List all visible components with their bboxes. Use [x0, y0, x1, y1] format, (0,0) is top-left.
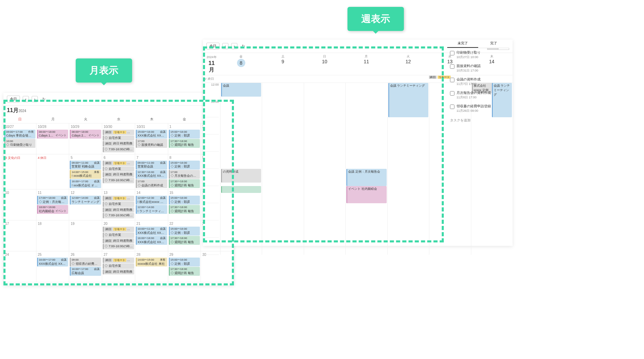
event[interactable]: 12:00〜12:30会議! 株式会社xxxxx 定例会議 — [136, 196, 167, 205]
month-cell[interactable]: 17 — [3, 220, 36, 251]
month-cell[interactable]: 2110:00〜11:00会議XXX株式会社 XXX様オンライン会議16:00〜… — [135, 220, 168, 251]
month-cell[interactable]: 1412:00〜12:30会議! 株式会社xxxxx 定例会議12:00〜14:… — [135, 189, 168, 220]
month-cell[interactable]: 10/3115:00〜16:00会議XXX株式会社 XXX様オンライン会議17:… — [135, 123, 168, 154]
event[interactable]: 15:00〜16:00◇ 定例：部課 — [169, 130, 200, 139]
task-checkbox[interactable] — [450, 51, 454, 55]
event[interactable]: ◇ 7:00-16:00の時差出勤 — [103, 178, 134, 183]
event[interactable]: 終日 リモート 終日 リモート — [103, 161, 134, 166]
week-event[interactable]: の資料作成 — [221, 169, 261, 183]
next-button[interactable]: › — [32, 96, 38, 102]
month-cell[interactable]: 6終日 リモート 終日 リモート◇ 自宅作業終日 終日 時差勤務◇ 7:00-1… — [102, 154, 135, 189]
task-item[interactable]: 面接資料の確認10月31日 17:00 — [447, 62, 509, 75]
task-item[interactable]: 領収書の経費申請登録11月26日 09:00 — [447, 102, 509, 115]
month-cell[interactable]: 2915:00〜16:00◇ 定例：部課17:30〜18:00◇ 週間計画 報告 — [168, 251, 201, 282]
month-cell[interactable]: 3 文化の日 — [3, 154, 36, 189]
event[interactable]: 15:00〜16:00◇ 定例：部課 — [169, 227, 200, 236]
task-checkbox[interactable] — [450, 78, 454, 82]
event[interactable]: 09:00〜17:00作業Cdays 事前会場準備@東京 — [4, 130, 35, 139]
event[interactable]: 終日 終日 時差勤務 — [103, 238, 134, 244]
event[interactable]: 09:00〜11:00会議営業部会議 — [136, 161, 167, 170]
week-day-header[interactable]: 金8 — [220, 53, 262, 75]
event[interactable]: 終日 リモート 終日 リモート — [103, 227, 134, 232]
event[interactable]: 終日 終日 時差勤務 — [103, 141, 134, 146]
event[interactable]: ◇ 自宅作業 — [103, 135, 134, 141]
month-cell[interactable]: 509:00〜11:00会議営業部 戦略会議14:00〜15:00来客! xxx… — [69, 154, 102, 189]
event[interactable]: 15:00〜16:00会議XXX株式会社 XXX様オンライン会議 — [136, 130, 167, 139]
task-checkbox[interactable] — [450, 105, 454, 109]
event[interactable]: 終日 リモート 終日 リモート — [103, 258, 134, 263]
week-event[interactable]: 会議 — [221, 83, 261, 97]
event[interactable]: 17:30〜18:00◇ 週間計画 報告 — [169, 236, 200, 245]
today-button[interactable]: 今日 — [7, 96, 20, 102]
month-cell[interactable]: 10/2709:00〜17:00作業Cdays 事前会場準備@東京10:00◇ … — [3, 123, 36, 154]
month-cell[interactable]: 13終日 リモート 終日 リモート◇ 自宅作業終日 終日 時差勤務◇ 7:00-… — [102, 189, 135, 220]
event[interactable]: 17:30〜18:00◇ 週間計画 報告 — [169, 267, 200, 276]
prev-button[interactable]: ‹ — [23, 96, 29, 102]
prev-button[interactable]: ‹ — [222, 43, 228, 49]
week-column[interactable]: 会議 ランチミーティング — [387, 83, 429, 255]
week-column[interactable] — [262, 83, 303, 255]
event[interactable]: 終日 終日 時差勤務 — [103, 269, 134, 275]
week-day-header[interactable]: 日10 — [304, 53, 345, 75]
tab-complete[interactable]: 完了 — [478, 40, 509, 48]
month-cell[interactable]: 709:00〜11:00会議営業部会議12:30〜16:00会議XXX株式会社 … — [135, 154, 168, 189]
event[interactable]: 17:30〜18:00◇ 週間計画 報告 — [169, 205, 200, 214]
month-cell[interactable]: 2215:00〜16:00◇ 定例：部課17:30〜18:00◇ 週間計画 報告 — [168, 220, 201, 251]
task-item[interactable]: 印刷物受け取り10月27日 10:00 — [447, 48, 509, 62]
event[interactable]: 15:00〜16:00◇ 定例：部課 — [169, 161, 200, 170]
week-event[interactable]: イベント 社内親睦会 — [346, 186, 386, 203]
task-item[interactable]: 会議の資料作成11月7日 17:00 — [447, 75, 509, 88]
month-cell[interactable]: 20終日 リモート 終日 リモート◇ 自宅作業終日 終日 時差勤務◇ 7:00-… — [102, 220, 135, 251]
week-day-header[interactable]: 月11 — [345, 53, 387, 75]
event[interactable]: 12:00〜14:00! ランチミーティング — [136, 205, 167, 214]
week-event[interactable] — [221, 186, 261, 193]
task-add[interactable]: タスクを追加 — [447, 115, 509, 126]
event[interactable]: 16:00〜17:00会議! xxx株式会社 オンライン会議 — [70, 179, 101, 188]
week-column[interactable] — [304, 83, 345, 255]
event[interactable]: 17:30〜18:00◇ 週間計画 報告 — [169, 179, 200, 188]
event[interactable]: 15:00〜16:00◇ 定例：部課 — [169, 258, 200, 266]
event[interactable]: 10:00◇ 印刷物受け取り — [4, 139, 35, 148]
event[interactable]: 14:00〜15:00来客! xxxx株式会社 — [70, 170, 101, 179]
month-cell[interactable]: 1117:00〜18:00会議◇ 定例：月次報告会18:00〜19:00イベント… — [36, 189, 69, 220]
event[interactable]: 17:00◇ 会議の資料作成 — [136, 179, 167, 188]
event[interactable]: 18:00〜19:00イベント社内親睦会 — [37, 205, 68, 214]
event[interactable]: ◇ 7:00-16:00の時差出勤 — [103, 213, 134, 218]
month-cell[interactable]: 2516:00〜17:00会議XXX株式会社 XXX様オンライン会議 — [36, 251, 69, 282]
event[interactable]: 12:00〜14:00会議ランチミーティング — [70, 196, 101, 205]
month-cell[interactable]: 24 — [3, 251, 36, 282]
event[interactable]: 09:00◇ 領収書の経費申請登録 — [70, 258, 101, 266]
event[interactable]: 10:00〜11:00会議XXX株式会社 XXX様オンライン会議 — [136, 227, 167, 236]
event[interactable]: 15:00〜16:00◇ 定例：部課 — [169, 196, 200, 205]
month-cell[interactable]: 815:00〜16:00◇ 定例：部課17:00◇ 月次報告会の資料作成17:3… — [168, 154, 201, 189]
event[interactable]: 08:00〜18:00イベントCdays 2日目@東京 — [70, 130, 101, 139]
event[interactable]: 14:00〜15:00来客xxxxx株式会社 来社 — [136, 258, 167, 266]
event[interactable]: 16:00〜18:00会議XXX株式会社 XXX様オンライン会議 — [136, 236, 167, 245]
month-cell[interactable]: 115:00〜16:00◇ 定例：部課17:30〜18:00◇ 週間計画 報告 — [168, 123, 201, 154]
month-cell[interactable]: 10/30終日 リモート 終日 リモート◇ 自宅作業終日 終日 時差勤務◇ 7:… — [102, 123, 135, 154]
event[interactable]: 09:00〜11:00会議営業部 戦略会議 — [70, 161, 101, 170]
allday-cell[interactable] — [304, 75, 345, 83]
month-cell[interactable]: 1515:00〜16:00◇ 定例：部課17:30〜18:00◇ 週間計画 報告 — [168, 189, 201, 220]
event[interactable]: ◇ 7:00-16:00の時差出勤 — [103, 244, 134, 249]
month-cell[interactable]: 2814:00〜15:00来客xxxxx株式会社 来社 — [135, 251, 168, 282]
week-column[interactable]: 会議 定例：月次報告会イベント 社内親睦会 — [345, 83, 387, 255]
event[interactable]: 終日 リモート 終日 リモート — [103, 196, 134, 201]
week-day-header[interactable]: 火12 — [387, 53, 429, 75]
month-cell[interactable]: 2609:00◇ 領収書の経費申請登録16:00〜17:00会議広報会議 — [69, 251, 102, 282]
week-day-header[interactable]: 土9 — [262, 53, 303, 75]
task-item[interactable]: 月次報告会の資料作成11月8日 17:00 — [447, 88, 509, 102]
month-cell[interactable]: 10/2808:00〜18:00イベントCdays 1日目@東京 — [36, 123, 69, 154]
allday-cell[interactable] — [262, 75, 303, 83]
event[interactable]: 17:00◇ 面接資料の確認 — [136, 139, 167, 148]
event[interactable]: 08:00〜18:00イベントCdays 1日目@東京 — [37, 130, 68, 139]
refresh-icon[interactable]: ↻ — [41, 96, 47, 102]
event[interactable]: ◇ 自宅作業 — [103, 263, 134, 269]
week-column[interactable]: 会議の資料作成 — [220, 83, 262, 255]
allday-cell[interactable] — [387, 75, 429, 83]
month-cell[interactable]: 10/2908:00〜18:00イベントCdays 2日目@東京 — [69, 123, 102, 154]
event[interactable]: ◇ 自宅作業 — [103, 166, 134, 172]
week-event[interactable]: 会議 ランチミーティング — [388, 83, 428, 117]
month-cell[interactable]: 30 — [201, 251, 234, 282]
today-button[interactable]: 今日 — [206, 43, 219, 50]
